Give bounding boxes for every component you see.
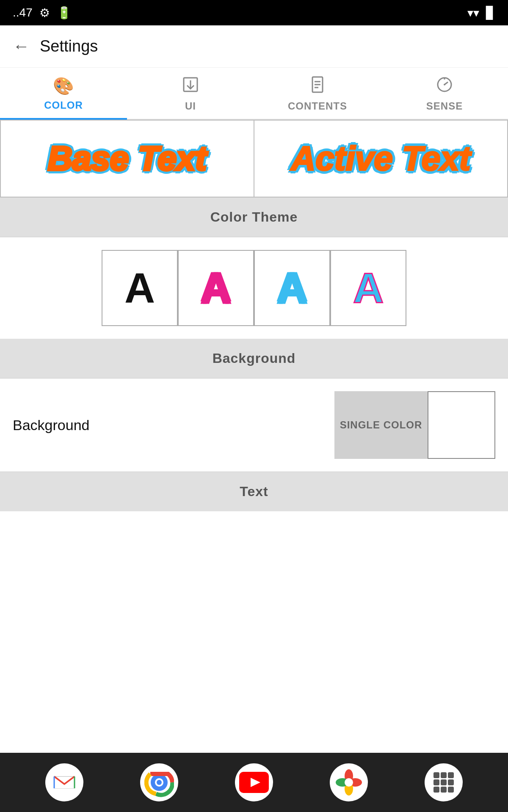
tab-ui-label: UI bbox=[185, 100, 196, 112]
top-bar: ← Settings bbox=[0, 25, 508, 68]
svg-rect-33 bbox=[441, 787, 447, 793]
status-bar-left: ..47 ⚙ 🔋 bbox=[13, 6, 72, 20]
base-text-preview: Base Text bbox=[48, 139, 207, 178]
base-text-card[interactable]: Base Text bbox=[1, 121, 254, 197]
nav-photos[interactable] bbox=[330, 763, 368, 801]
tab-color-label: COLOR bbox=[44, 99, 83, 111]
svg-rect-29 bbox=[433, 779, 439, 785]
white-color-option[interactable] bbox=[428, 391, 495, 459]
contents-tab-icon bbox=[309, 76, 326, 97]
svg-point-8 bbox=[444, 84, 445, 85]
color-tab-icon: 🎨 bbox=[53, 76, 74, 96]
color-theme-label: Color Theme bbox=[210, 209, 298, 225]
svg-rect-27 bbox=[441, 772, 447, 778]
status-time: ..47 bbox=[13, 6, 33, 19]
theme-option-blue-pink[interactable]: A bbox=[330, 250, 406, 326]
theme-option-pink[interactable]: A bbox=[178, 250, 254, 326]
svg-rect-34 bbox=[448, 787, 454, 793]
theme-letter-black: A bbox=[124, 267, 155, 309]
tab-sense[interactable]: SENSE bbox=[381, 68, 508, 119]
preview-container: Base Text Active Text bbox=[0, 120, 508, 198]
single-color-label: SINGLE COLOR bbox=[340, 419, 422, 431]
nav-chrome[interactable] bbox=[140, 763, 178, 801]
theme-option-black[interactable]: A bbox=[102, 250, 178, 326]
tab-contents[interactable]: CONTENTS bbox=[254, 68, 381, 119]
svg-rect-30 bbox=[441, 779, 447, 785]
theme-letter-blue-outline: A bbox=[277, 267, 307, 309]
text-section-label: Text bbox=[240, 484, 268, 499]
status-bar-right: ▾▾ ▊ bbox=[467, 6, 495, 20]
svg-rect-28 bbox=[448, 772, 454, 778]
active-text-card[interactable]: Active Text bbox=[254, 121, 507, 197]
ui-tab-icon bbox=[182, 76, 199, 97]
color-theme-section-header: Color Theme bbox=[0, 198, 508, 237]
single-color-option[interactable]: SINGLE COLOR bbox=[334, 391, 428, 459]
active-text-preview: Active Text bbox=[291, 139, 471, 178]
text-section-header: Text bbox=[0, 472, 508, 511]
status-bar: ..47 ⚙ 🔋 ▾▾ ▊ bbox=[0, 0, 508, 25]
tab-bar: 🎨 COLOR UI CONTENTS bbox=[0, 68, 508, 120]
background-section-header: Background bbox=[0, 339, 508, 378]
background-section: Background SINGLE COLOR bbox=[0, 379, 508, 472]
back-button[interactable]: ← bbox=[13, 37, 30, 56]
tab-sense-label: SENSE bbox=[426, 100, 463, 112]
page-title: Settings bbox=[40, 37, 98, 55]
theme-letter-pink: A bbox=[201, 267, 231, 309]
svg-rect-26 bbox=[433, 772, 439, 778]
background-section-label: Background bbox=[213, 351, 296, 366]
tab-color[interactable]: 🎨 COLOR bbox=[0, 68, 127, 120]
tab-ui[interactable]: UI bbox=[127, 68, 254, 119]
svg-rect-32 bbox=[433, 787, 439, 793]
wifi-icon: ▾▾ bbox=[467, 6, 479, 20]
theme-option-blue-outline[interactable]: A bbox=[254, 250, 330, 326]
tab-contents-label: CONTENTS bbox=[288, 100, 347, 112]
settings-icon: ⚙ bbox=[39, 6, 50, 20]
nav-youtube[interactable] bbox=[235, 763, 273, 801]
battery-icon: 🔋 bbox=[57, 6, 72, 20]
background-options: SINGLE COLOR bbox=[334, 391, 495, 459]
color-theme-grid: A A A A bbox=[0, 237, 508, 339]
svg-rect-31 bbox=[448, 779, 454, 785]
nav-apps[interactable] bbox=[425, 763, 463, 801]
background-row: Background SINGLE COLOR bbox=[0, 379, 508, 472]
sense-tab-icon bbox=[436, 76, 453, 97]
svg-point-25 bbox=[345, 778, 353, 787]
theme-letter-blue-pink: A bbox=[353, 267, 384, 309]
svg-point-17 bbox=[157, 780, 162, 785]
nav-gmail[interactable] bbox=[45, 763, 83, 801]
signal-icon: ▊ bbox=[486, 6, 495, 20]
background-row-label: Background bbox=[13, 417, 89, 433]
bottom-nav bbox=[0, 753, 508, 812]
